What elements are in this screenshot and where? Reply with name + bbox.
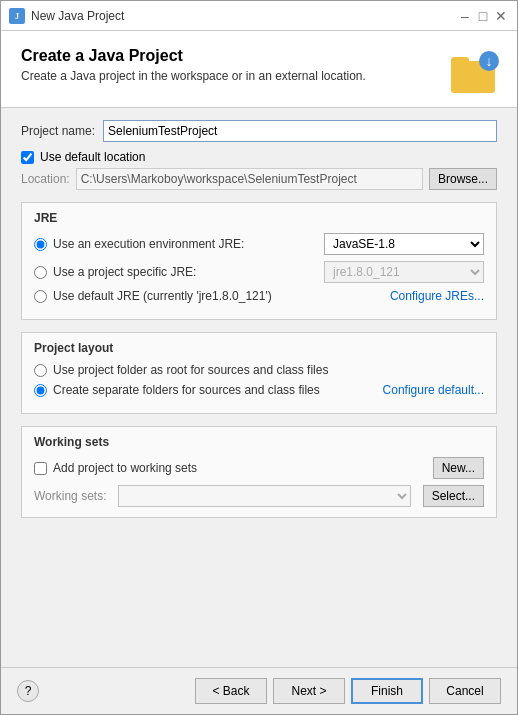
use-default-location-row: Use default location: [21, 150, 497, 164]
header-text: Create a Java Project Create a Java proj…: [21, 47, 366, 83]
cancel-button[interactable]: Cancel: [429, 678, 501, 704]
layout-option1-row: Use project folder as root for sources a…: [34, 363, 484, 377]
finish-button[interactable]: Finish: [351, 678, 423, 704]
jre-option1-label[interactable]: Use an execution environment JRE:: [53, 237, 324, 251]
add-to-working-sets-label[interactable]: Add project to working sets: [53, 461, 427, 475]
window-icon: J: [9, 8, 25, 24]
jre-option3-row: Use default JRE (currently 'jre1.8.0_121…: [34, 289, 484, 303]
jre-option2-label[interactable]: Use a project specific JRE:: [53, 265, 324, 279]
svg-rect-3: [451, 57, 469, 65]
working-sets-title: Working sets: [34, 435, 484, 449]
working-sets-section: Working sets Add project to working sets…: [21, 426, 497, 518]
project-name-label: Project name:: [21, 124, 95, 138]
maximize-button[interactable]: □: [475, 8, 491, 24]
working-sets-new-button[interactable]: New...: [433, 457, 484, 479]
configure-default-link[interactable]: Configure default...: [383, 383, 484, 397]
location-label: Location:: [21, 172, 70, 186]
working-sets-select[interactable]: [118, 485, 410, 507]
jre-option1-radio[interactable]: [34, 238, 47, 251]
add-to-working-sets-checkbox[interactable]: [34, 462, 47, 475]
header-section: Create a Java Project Create a Java proj…: [1, 31, 517, 108]
jre-option2-row: Use a project specific JRE: jre1.8.0_121: [34, 261, 484, 283]
footer-buttons: < Back Next > Finish Cancel: [195, 678, 501, 704]
folder-svg-icon: ↓: [449, 47, 501, 99]
page-title: Create a Java Project: [21, 47, 366, 65]
jre-option1-row: Use an execution environment JRE: JavaSE…: [34, 233, 484, 255]
header-icon: ↓: [449, 47, 497, 95]
window-controls: – □ ✕: [457, 8, 509, 24]
browse-button[interactable]: Browse...: [429, 168, 497, 190]
jre-section-title: JRE: [34, 211, 484, 225]
project-layout-title: Project layout: [34, 341, 484, 355]
working-sets-label: Working sets:: [34, 489, 106, 503]
working-sets-select-button[interactable]: Select...: [423, 485, 484, 507]
help-button[interactable]: ?: [17, 680, 39, 702]
jre-execution-env-select[interactable]: JavaSE-1.8: [324, 233, 484, 255]
layout-option1-label[interactable]: Use project folder as root for sources a…: [53, 363, 484, 377]
project-layout-section: Project layout Use project folder as roo…: [21, 332, 497, 414]
svg-text:J: J: [15, 12, 19, 21]
configure-jres-link[interactable]: Configure JREs...: [390, 289, 484, 303]
back-button[interactable]: < Back: [195, 678, 267, 704]
page-subtitle: Create a Java project in the workspace o…: [21, 69, 366, 83]
use-default-location-checkbox[interactable]: [21, 151, 34, 164]
close-button[interactable]: ✕: [493, 8, 509, 24]
layout-option2-label[interactable]: Create separate folders for sources and …: [53, 383, 383, 397]
location-row: Location: Browse...: [21, 168, 497, 190]
window-title: New Java Project: [31, 9, 457, 23]
location-input[interactable]: [76, 168, 423, 190]
footer: ? < Back Next > Finish Cancel: [1, 667, 517, 714]
title-bar: J New Java Project – □ ✕: [1, 1, 517, 31]
next-button[interactable]: Next >: [273, 678, 345, 704]
jre-option3-radio[interactable]: [34, 290, 47, 303]
working-sets-select-row: Working sets: Select...: [34, 485, 484, 507]
use-default-location-label[interactable]: Use default location: [40, 150, 145, 164]
content-area: Project name: Use default location Locat…: [1, 108, 517, 667]
layout-option2-radio[interactable]: [34, 384, 47, 397]
svg-text:↓: ↓: [486, 53, 493, 69]
jre-option3-label[interactable]: Use default JRE (currently 'jre1.8.0_121…: [53, 289, 390, 303]
layout-option2-row: Create separate folders for sources and …: [34, 383, 484, 397]
layout-option1-radio[interactable]: [34, 364, 47, 377]
jre-section: JRE Use an execution environment JRE: Ja…: [21, 202, 497, 320]
add-working-sets-row: Add project to working sets New...: [34, 457, 484, 479]
project-name-input[interactable]: [103, 120, 497, 142]
project-name-row: Project name:: [21, 120, 497, 142]
minimize-button[interactable]: –: [457, 8, 473, 24]
jre-option2-radio[interactable]: [34, 266, 47, 279]
window: J New Java Project – □ ✕ Create a Java P…: [0, 0, 518, 715]
jre-specific-select[interactable]: jre1.8.0_121: [324, 261, 484, 283]
